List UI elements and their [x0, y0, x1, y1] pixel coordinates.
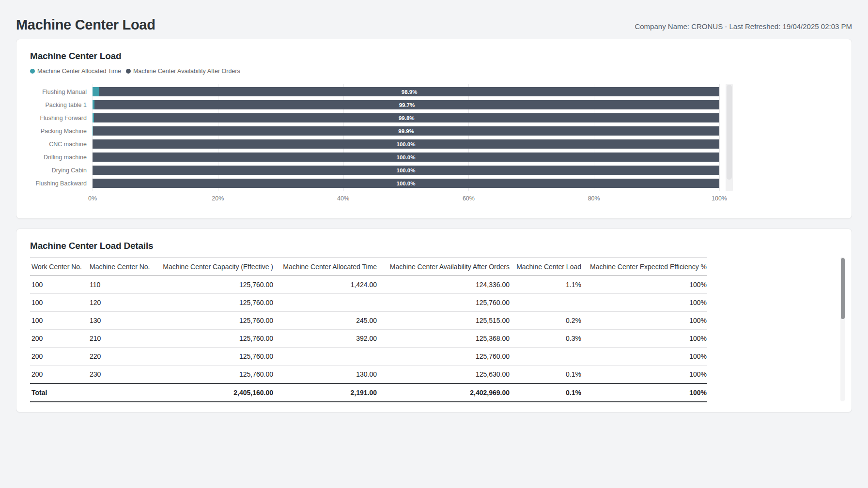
bar-chart-rows: Flushing Manual98.9%Packing table 199.7%…	[30, 85, 719, 190]
table-cell: 210	[89, 330, 159, 348]
chart-row: Flushing Manual98.9%	[30, 85, 719, 98]
table-header-cell[interactable]: Work Center No.	[30, 258, 89, 276]
chart-row: Flushing Backward100.0%	[30, 177, 719, 190]
page-title: Machine Center Load	[16, 17, 155, 33]
table-header-cell[interactable]: Machine Center Expected Efficiency %	[582, 258, 707, 276]
chart-title: Machine Center Load	[30, 51, 838, 61]
bar-segment-availability[interactable]: 99.7%	[94, 100, 719, 109]
details-table: Work Center No.Machine Center No.Machine…	[30, 257, 707, 402]
chart-row: Drying Cabin100.0%	[30, 164, 719, 177]
bar-segment-allocated[interactable]	[93, 87, 99, 96]
table-header-cell[interactable]: Machine Center No.	[89, 258, 159, 276]
chart-gridline	[719, 84, 720, 191]
table-row[interactable]: 200230125,760.00130.00125,630.000.1%100%	[30, 366, 707, 383]
table-body: 100110125,760.001,424.00124,336.001.1%10…	[30, 276, 707, 383]
table-cell: 125,760.00	[377, 294, 510, 312]
category-label: Packing table 1	[30, 102, 93, 108]
table-scrollbar[interactable]	[840, 257, 845, 401]
bar-segment-availability[interactable]: 100.0%	[93, 179, 719, 188]
table-row[interactable]: 100120125,760.00125,760.00100%	[30, 294, 707, 312]
table-row[interactable]: 200210125,760.00392.00125,368.000.3%100%	[30, 330, 707, 348]
chart-row: Drilling machine100.0%	[30, 151, 719, 164]
table-cell: 230	[89, 366, 159, 383]
table-header-row: Work Center No.Machine Center No.Machine…	[30, 258, 707, 276]
bar-segment-availability[interactable]: 100.0%	[93, 152, 719, 162]
table-cell: 125,760.00	[159, 366, 274, 383]
table-cell	[510, 348, 582, 366]
bar-track: 99.8%	[93, 113, 719, 122]
table-cell: 125,368.00	[377, 330, 510, 348]
table-card: Machine Center Load Details Work Center …	[16, 229, 852, 412]
table-scrollbar-thumb[interactable]	[841, 258, 845, 319]
category-label: Drying Cabin	[30, 167, 93, 174]
bar-segment-availability[interactable]: 98.9%	[99, 87, 719, 96]
table-cell: 200	[30, 366, 89, 383]
table-cell: 130	[89, 312, 159, 330]
table-cell: 100	[30, 294, 89, 312]
table-cell: 392.00	[274, 330, 377, 348]
table-cell: 100%	[582, 348, 707, 366]
total-cell: 0.1%	[510, 383, 582, 402]
report-page: Machine Center Load Company Name: CRONUS…	[0, 0, 868, 488]
table-cell: 100	[30, 276, 89, 294]
bar-value-label: 99.8%	[399, 115, 415, 121]
table-cell: 125,760.00	[159, 330, 274, 348]
bar-value-label: 99.7%	[399, 102, 415, 108]
table-header-cell[interactable]: Machine Center Allocated Time	[274, 258, 377, 276]
category-label: Flushing Backward	[30, 180, 93, 187]
table-cell: 125,630.00	[377, 366, 510, 383]
chart-card: Machine Center Load Machine Center Alloc…	[16, 39, 852, 219]
page-header: Machine Center Load Company Name: CRONUS…	[0, 0, 868, 39]
table-cell: 100%	[582, 312, 707, 330]
chart-legend: Machine Center Allocated Time Machine Ce…	[30, 67, 838, 75]
table-cell: 0.3%	[510, 330, 582, 348]
legend-item-availability[interactable]: Machine Center Availability After Orders	[126, 68, 240, 75]
chart-scrollbar-thumb[interactable]	[727, 85, 732, 180]
table-cell: 200	[30, 330, 89, 348]
bar-track: 100.0%	[93, 139, 719, 149]
table-cell: 1,424.00	[274, 276, 377, 294]
category-label: Packing Machine	[30, 128, 93, 135]
table-cell: 100%	[582, 294, 707, 312]
total-cell: Total	[30, 383, 89, 402]
chart-row: CNC machine100.0%	[30, 137, 719, 151]
table-row[interactable]: 100110125,760.001,424.00124,336.001.1%10…	[30, 276, 707, 294]
bar-value-label: 100.0%	[396, 141, 415, 147]
total-cell: 2,191.00	[274, 383, 377, 402]
table-header-cell[interactable]: Machine Center Capacity (Effective )	[159, 258, 274, 276]
bar-track: 100.0%	[93, 179, 719, 188]
chart-scrollbar[interactable]	[726, 84, 733, 191]
table-cell: 100	[30, 312, 89, 330]
table-header-cell[interactable]: Machine Center Availability After Orders	[377, 258, 510, 276]
chart-row: Packing Machine99.9%	[30, 124, 719, 137]
bar-track: 98.9%	[93, 87, 719, 96]
table-row[interactable]: 100130125,760.00245.00125,515.000.2%100%	[30, 312, 707, 330]
table-row[interactable]: 200220125,760.00125,760.00100%	[30, 348, 707, 366]
table-cell: 124,336.00	[377, 276, 510, 294]
table-cell: 110	[89, 276, 159, 294]
legend-item-allocated[interactable]: Machine Center Allocated Time	[30, 68, 121, 75]
table-cell	[274, 348, 377, 366]
bar-value-label: 100.0%	[396, 154, 415, 160]
table-cell: 125,760.00	[159, 294, 274, 312]
table-cell: 245.00	[274, 312, 377, 330]
bar-track: 99.7%	[93, 100, 719, 109]
table-cell	[510, 294, 582, 312]
table-cell: 100%	[582, 330, 707, 348]
bar-segment-availability[interactable]: 99.8%	[94, 113, 719, 122]
category-label: Flushing Manual	[30, 89, 93, 95]
bar-value-label: 98.9%	[402, 89, 418, 95]
x-tick-label: 40%	[337, 195, 349, 202]
table-cell: 125,760.00	[159, 312, 274, 330]
table-cell: 125,760.00	[159, 348, 274, 366]
x-tick-label: 0%	[88, 195, 97, 202]
bar-segment-availability[interactable]: 100.0%	[93, 166, 719, 175]
table-header-cell[interactable]: Machine Center Load	[510, 258, 582, 276]
legend-dot-availability-icon	[126, 69, 131, 74]
table-cell: 200	[30, 348, 89, 366]
bar-chart: Flushing Manual98.9%Packing table 199.7%…	[30, 84, 733, 203]
x-tick-label: 100%	[712, 195, 727, 202]
bar-segment-availability[interactable]: 100.0%	[93, 139, 719, 149]
chart-x-axis: 0%20%40%60%80%100%	[93, 195, 719, 204]
bar-segment-availability[interactable]: 99.9%	[93, 126, 719, 136]
